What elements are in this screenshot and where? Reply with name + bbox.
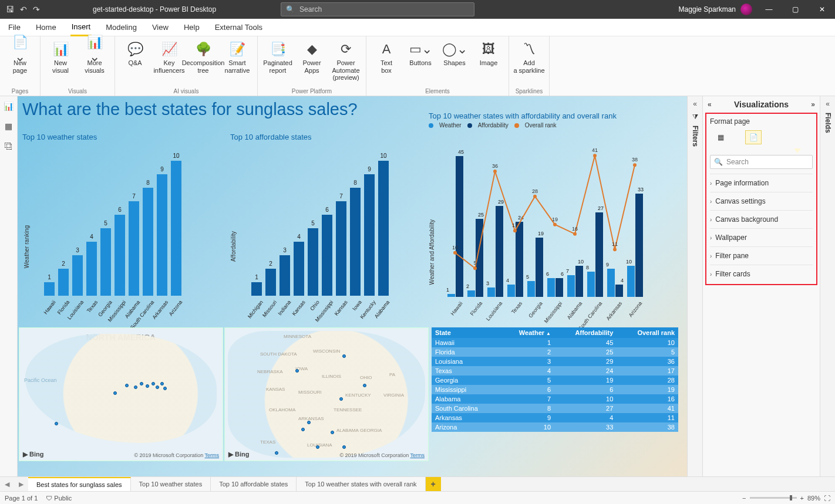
map-pin[interactable] (363, 384, 366, 387)
bar[interactable]: 4Kansas (294, 242, 304, 296)
maximize-button[interactable]: ▢ (782, 0, 809, 19)
bar[interactable]: 9Kentucky (364, 174, 375, 296)
ribbon-key-influencers[interactable]: 📈Keyinfluencers (153, 39, 186, 76)
map-pin[interactable] (151, 382, 155, 385)
table-header[interactable]: State (432, 327, 500, 338)
format-category-canvas-background[interactable]: ›Canvas background (710, 210, 813, 228)
user-account[interactable]: Maggie Sparkman (679, 4, 756, 15)
ribbon-add-a-sparkline[interactable]: 〽Adda sparkline (513, 39, 546, 76)
table-header[interactable]: Weather ▲ (500, 327, 554, 338)
format-page-icon[interactable]: 📄 (745, 130, 762, 144)
ribbon-image[interactable]: 🖼Image (472, 39, 505, 69)
page-tab[interactable]: Top 10 weather states (131, 477, 211, 491)
menu-help[interactable]: Help (183, 19, 201, 35)
map-pin[interactable] (342, 445, 346, 449)
ribbon-smart-narrative[interactable]: 📝Smartnarrative (221, 39, 254, 76)
ribbon-power-automate-preview-[interactable]: ⟳PowerAutomate (preview) (329, 39, 362, 84)
map-pin[interactable] (140, 382, 143, 385)
ribbon-decomposition-tree[interactable]: 🌳Decompositiontree (187, 39, 220, 76)
format-category-canvas-settings[interactable]: ›Canvas settings (710, 192, 813, 210)
chart3[interactable]: 145Hawaii225Florida329Louisiana424Texas5… (446, 143, 675, 297)
save-icon[interactable]: 🖫 (6, 5, 14, 14)
zoom-slider[interactable] (750, 497, 797, 499)
map-pin[interactable] (275, 451, 278, 455)
tab-scroll-right[interactable]: ▶ (14, 477, 28, 491)
zoom-in-icon[interactable]: + (800, 495, 804, 502)
fields-pane-collapsed[interactable]: « Fields (820, 96, 835, 476)
table-row[interactable]: Alabama71016 (432, 394, 678, 404)
menu-file[interactable]: File (7, 19, 22, 35)
close-button[interactable]: ✕ (809, 0, 835, 19)
bar[interactable]: 6Mississippi (115, 215, 125, 296)
filters-pane-collapsed[interactable]: « ⧩ Filters (687, 96, 702, 476)
fit-page-icon[interactable]: ⛶ (824, 495, 830, 502)
page-tab[interactable]: Top 10 affordable states (211, 477, 297, 491)
ribbon-more-visuals[interactable]: 📊⌄Morevisuals (78, 39, 111, 76)
bar[interactable]: 7Kansas (336, 201, 346, 296)
table-row[interactable]: Hawaii14510 (432, 338, 678, 347)
bar[interactable]: 8Iowa (350, 188, 361, 296)
table-row[interactable]: Texas42417 (432, 366, 678, 376)
sensitivity-label[interactable]: 🛡 Public (46, 495, 72, 502)
map-pin[interactable] (113, 391, 117, 395)
map-pin[interactable] (156, 385, 159, 389)
menu-external-tools[interactable]: External Tools (214, 19, 264, 35)
map-pin[interactable] (55, 422, 58, 425)
bar[interactable]: 5Ohio (308, 228, 318, 296)
map-pin[interactable] (295, 369, 299, 373)
ribbon-q-a[interactable]: 💬Q&A (119, 39, 151, 69)
map-pin[interactable] (307, 421, 311, 424)
format-category-filter-pane[interactable]: ›Filter pane (710, 246, 813, 265)
table-row[interactable]: Florida2255 (432, 347, 678, 357)
menu-home[interactable]: Home (35, 19, 58, 35)
state-table[interactable]: StateWeather ▲AffordabilityOverall rankH… (432, 327, 678, 461)
map-pin[interactable] (125, 384, 129, 387)
bar[interactable]: 10Arizona (171, 161, 181, 296)
bar[interactable]: 2Missouri (265, 269, 276, 296)
ribbon-power-apps[interactable]: ◆PowerApps (295, 39, 328, 76)
zoom-control[interactable]: − + 89% ⛶ (742, 495, 830, 502)
bar[interactable]: 1Michigan (251, 282, 262, 296)
chart2[interactable]: 1Michigan2Missouri3Indiana4Kansas5Ohio6M… (251, 149, 389, 296)
table-row[interactable]: Louisiana32936 (432, 357, 678, 366)
menu-view[interactable]: View (151, 19, 170, 35)
bar[interactable]: 7Alabama (129, 201, 139, 296)
map-pin[interactable] (146, 384, 149, 388)
format-category-wallpaper[interactable]: ›Wallpaper (710, 228, 813, 246)
report-view-icon[interactable]: 📊 (2, 100, 15, 113)
ribbon-new-visual[interactable]: 📊Newvisual (44, 39, 77, 76)
ribbon-buttons[interactable]: ▭⌄Buttons (404, 39, 437, 69)
table-header[interactable]: Affordability (554, 327, 617, 338)
model-view-icon[interactable]: ⿻ (2, 140, 15, 153)
viz-search[interactable]: 🔍 Search (710, 155, 813, 169)
map-pin[interactable] (331, 431, 334, 434)
chevron-right-icon[interactable]: » (811, 100, 815, 109)
map-pin[interactable] (339, 397, 343, 401)
bar[interactable]: 3Louisiana (72, 255, 83, 296)
bar[interactable]: 10Alabama (378, 161, 389, 296)
build-visual-icon[interactable]: ▦ (712, 130, 729, 144)
bar[interactable]: 5Georgia (100, 228, 111, 296)
ribbon-text-box[interactable]: ATextbox (370, 39, 403, 76)
redo-icon[interactable]: ↷ (33, 5, 40, 14)
page-tab[interactable]: Top 10 weather states with overall rank (297, 477, 425, 491)
bar[interactable]: 8South Carolina (143, 188, 153, 296)
map2[interactable]: MINNESOTASOUTH DAKOTAWISCONSINNEBRASKAIO… (224, 327, 429, 461)
zoom-out-icon[interactable]: − (742, 495, 746, 502)
ribbon-shapes[interactable]: ◯⌄Shapes (438, 39, 471, 69)
map-pin[interactable] (134, 385, 137, 389)
chart1[interactable]: 1Hawaii2Florida3Louisiana4Texas5Georgia6… (44, 149, 181, 296)
map-pin[interactable] (316, 445, 319, 449)
ribbon-paginated-report[interactable]: 📑Paginatedreport (261, 39, 294, 76)
bar[interactable]: 4Texas (86, 242, 97, 296)
ribbon-new-page[interactable]: 📄⌄Newpage (4, 39, 36, 76)
minimize-button[interactable]: — (756, 0, 782, 19)
map-pin[interactable] (163, 387, 167, 390)
menu-modeling[interactable]: Modeling (105, 19, 138, 35)
table-row[interactable]: South Carolina82741 (432, 404, 678, 413)
report-canvas[interactable]: What are the best states for sunglass sa… (18, 96, 687, 476)
format-category-page-information[interactable]: ›Page information (710, 174, 813, 192)
bar[interactable]: 6Mississippi (322, 215, 332, 296)
map-pin[interactable] (301, 428, 305, 431)
table-row[interactable]: Arizona103338 (432, 422, 678, 432)
